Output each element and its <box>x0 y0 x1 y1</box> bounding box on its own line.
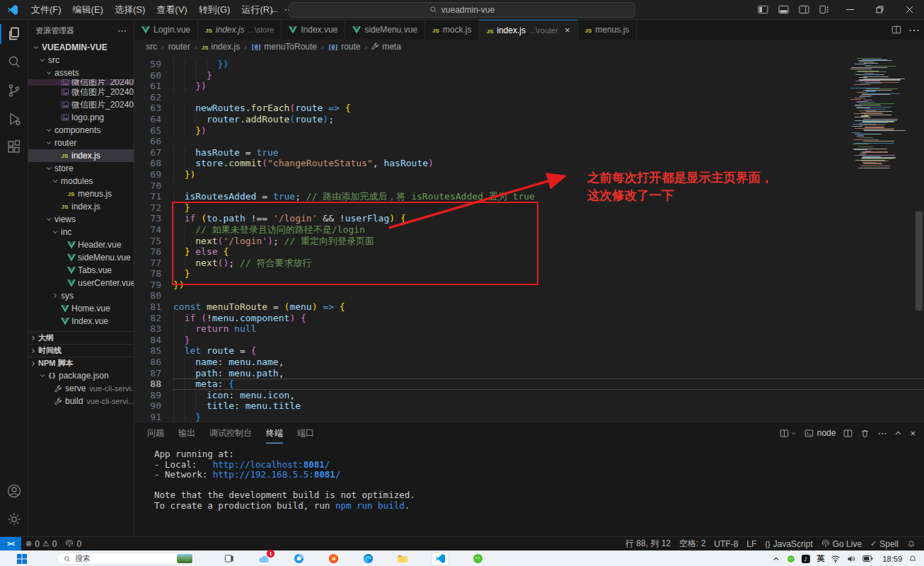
section-时间线[interactable]: 时间线 <box>28 344 134 357</box>
code-line-71[interactable]: 71 isRoutesAdded = true; // 路由添加完成后，将 is… <box>134 191 924 202</box>
tab-mock.js[interactable]: JSmock.js <box>425 20 479 40</box>
toggle-sidebar-icon[interactable] <box>753 0 773 19</box>
taskbar-task-view-icon[interactable] <box>223 553 236 565</box>
tree-item-微信图片_202401282...[interactable]: 微信图片_202401282... <box>28 98 134 111</box>
code-line-69[interactable]: 69 }) <box>134 169 924 180</box>
activity-search-icon[interactable] <box>0 48 28 76</box>
activity-source-control-icon[interactable] <box>0 76 28 105</box>
tree-item-inc[interactable]: inc <box>28 226 134 238</box>
ports-status[interactable]: 0 <box>61 537 86 550</box>
code-line-76[interactable]: 76 } else { <box>134 246 924 258</box>
tab-Index.vue[interactable]: Index.vue <box>282 20 345 40</box>
code-line-63[interactable]: 63 newRoutes.forEach(route => { <box>134 103 924 114</box>
tree-item-Index.vue[interactable]: Index.vue <box>28 315 134 328</box>
code-line-81[interactable]: 81const menuToRoute = (menu) => { <box>134 301 924 313</box>
code-line-83[interactable]: 83 return null <box>134 323 924 335</box>
tray-wifi-icon[interactable] <box>831 555 841 563</box>
tree-item-Tabs.vue[interactable]: Tabs.vue <box>28 264 134 277</box>
split-terminal-icon[interactable] <box>843 429 853 438</box>
tree-item-index.js[interactable]: JSindex.js <box>28 149 134 162</box>
panel-tab-输出[interactable]: 输出 <box>178 422 195 444</box>
tree-item-logo.png[interactable]: logo.png <box>28 111 134 124</box>
tab-sideMenu.vue[interactable]: sideMenu.vue <box>345 20 425 40</box>
code-line-66[interactable]: 66 <box>134 136 924 147</box>
code-line-60[interactable]: 60 } <box>134 70 924 81</box>
panel-more-icon[interactable]: ⋯ <box>877 428 887 439</box>
menu-选择S[interactable]: 选择(S) <box>109 2 151 18</box>
taskbar-browser-swirl-icon[interactable] <box>292 553 305 565</box>
code-line-68[interactable]: 68 store.commit("changeRouteStatus", has… <box>134 158 924 169</box>
kill-terminal-icon[interactable] <box>860 429 870 438</box>
search-highlight-image[interactable] <box>177 554 192 563</box>
tree-item-Header.vue[interactable]: Header.vue <box>28 238 134 251</box>
tree-item-assets[interactable]: assets <box>28 67 134 79</box>
code-line-79[interactable]: 79}) <box>134 279 924 291</box>
code-line-86[interactable]: 86 name: menu.name, <box>134 357 924 368</box>
code-line-70[interactable]: 70 <box>134 180 924 192</box>
tray-battery-icon[interactable] <box>862 555 873 562</box>
panel-maximize-icon[interactable] <box>894 429 902 437</box>
tree-item-router[interactable]: router <box>28 137 134 149</box>
tree-item-src[interactable]: src <box>28 54 134 67</box>
tree-item-components[interactable]: components <box>28 124 134 137</box>
breadcrumb-meta[interactable]: meta <box>370 42 403 52</box>
activity-account-icon[interactable] <box>0 477 28 505</box>
menu-编辑E[interactable]: 编辑(E) <box>67 2 109 18</box>
code-line-89[interactable]: 89 icon: menu.icon, <box>134 390 924 401</box>
code-line-77[interactable]: 77 next(); // 符合要求放行 <box>134 258 924 269</box>
remote-indicator[interactable]: >< <box>0 537 21 550</box>
code-line-59[interactable]: 59 }) <box>134 59 924 70</box>
section-大纲[interactable]: 大纲 <box>28 331 134 344</box>
taskbar-search[interactable]: 搜索 <box>57 553 195 565</box>
tab-menus.js[interactable]: JSmenus.js <box>578 20 637 40</box>
encoding[interactable]: UTF-8 <box>710 537 742 550</box>
panel-tab-终端[interactable]: 终端 <box>266 422 283 444</box>
breadcrumb-index.js[interactable]: JSindex.js <box>200 42 241 52</box>
terminal-output[interactable]: App running at:- Local: http://localhost… <box>134 444 924 511</box>
customize-layout-icon[interactable] <box>814 0 835 19</box>
terminal-launch-icon[interactable] <box>780 429 797 438</box>
sidebar-more-icon[interactable]: ⋯ <box>117 25 127 36</box>
terminal-instance-node[interactable]: node <box>804 428 836 438</box>
code-line-72[interactable]: 72 } <box>134 202 924 214</box>
go-live-button[interactable]: Go Live <box>817 537 866 550</box>
tree-item-微信图片_2024012...[interactable]: 微信图片_2024012... <box>28 79 134 86</box>
taskbar-clock[interactable]: 18:59 <box>882 555 902 563</box>
code-line-65[interactable]: 65 }) <box>134 125 924 137</box>
tab-close-icon[interactable]: × <box>565 25 570 35</box>
code-line-64[interactable]: 64 router.addRoute(route); <box>134 114 924 125</box>
toggle-panel-icon[interactable] <box>773 0 794 19</box>
tray-chevron-up-icon[interactable] <box>772 555 780 563</box>
code-line-88[interactable]: 88 meta: { <box>134 379 924 390</box>
indentation[interactable]: 空格: 2 <box>675 537 710 550</box>
editor-scrollbar[interactable] <box>914 53 924 422</box>
code-line-91[interactable]: 91 } <box>134 412 924 422</box>
code-line-90[interactable]: 90 title: menu.title <box>134 400 924 412</box>
tree-item-package.json[interactable]: {}package.json <box>28 369 134 382</box>
menu-转到G[interactable]: 转到(G) <box>193 2 236 18</box>
code-line-75[interactable]: 75 next('/login'); // 重定向到登录页面 <box>134 236 924 247</box>
ime-indicator[interactable]: 英 <box>816 553 824 564</box>
tree-item-sys[interactable]: sys <box>28 289 134 302</box>
tray-volume-icon[interactable] <box>847 555 856 563</box>
activity-settings-icon[interactable] <box>0 505 28 533</box>
code-line-67[interactable]: 67 hasRoute = true <box>134 147 924 158</box>
panel-tab-问题[interactable]: 问题 <box>147 422 164 444</box>
panel-tab-端口[interactable]: 端口 <box>297 422 314 444</box>
code-line-84[interactable]: 84 } <box>134 335 924 346</box>
tray-wechat-tray-icon[interactable] <box>787 555 795 563</box>
panel-close-icon[interactable]: × <box>910 428 916 439</box>
panel-tab-调试控制台[interactable]: 调试控制台 <box>209 422 252 444</box>
code-line-62[interactable]: 62 <box>134 92 924 103</box>
taskbar-firefox-icon[interactable] <box>327 553 340 565</box>
tab-index.js[interactable]: JSindex.js...\router× <box>479 20 577 40</box>
problems-status[interactable]: ⊗0 ⚠0 <box>21 537 61 550</box>
breadcrumb-src[interactable]: src <box>144 42 158 52</box>
tab-Login.vue[interactable]: Login.vue <box>134 20 198 40</box>
spell-checker[interactable]: ✓ Spell <box>866 537 903 550</box>
code-line-85[interactable]: 85 let route = { <box>134 345 924 357</box>
activity-extensions-icon[interactable] <box>0 133 28 161</box>
nav-back-icon[interactable]: ← <box>269 4 279 16</box>
taskbar-file-explorer-icon[interactable] <box>396 553 409 565</box>
code-line-78[interactable]: 78 } <box>134 268 924 279</box>
